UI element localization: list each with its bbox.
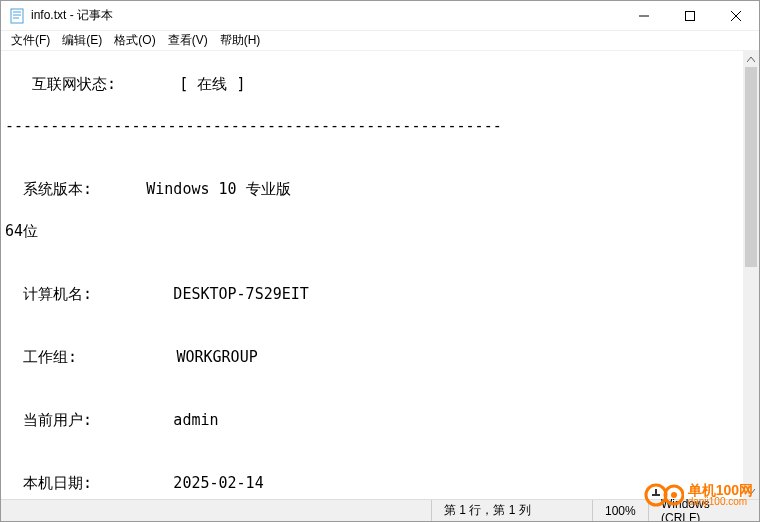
status-encoding: Windows (CRLF): [649, 500, 759, 521]
menu-format[interactable]: 格式(O): [108, 30, 161, 51]
text-line: 当前用户: admin: [5, 410, 739, 431]
status-spacer: [1, 500, 431, 521]
status-position: 第 1 行，第 1 列: [432, 500, 592, 521]
maximize-button[interactable]: [667, 1, 713, 30]
text-content[interactable]: 互联网状态: [ 在线 ] --------------------------…: [1, 51, 743, 499]
close-icon: [731, 11, 741, 21]
statusbar: 第 1 行，第 1 列 100% Windows (CRLF): [1, 499, 759, 521]
minimize-icon: [639, 11, 649, 21]
content-wrapper: 互联网状态: [ 在线 ] --------------------------…: [1, 51, 759, 499]
vertical-scrollbar[interactable]: [743, 51, 759, 499]
notepad-icon: [9, 8, 25, 24]
text-line: 本机日期: 2025-02-14: [5, 473, 739, 494]
maximize-icon: [685, 11, 695, 21]
menu-file[interactable]: 文件(F): [5, 30, 56, 51]
menubar: 文件(F) 编辑(E) 格式(O) 查看(V) 帮助(H): [1, 31, 759, 51]
window-controls: [621, 1, 759, 30]
close-button[interactable]: [713, 1, 759, 30]
chevron-up-icon: [747, 57, 755, 62]
menu-edit[interactable]: 编辑(E): [56, 30, 108, 51]
window-title: info.txt - 记事本: [31, 7, 621, 24]
scroll-track[interactable]: [743, 67, 759, 483]
text-line: 互联网状态: [ 在线 ]: [5, 74, 739, 95]
titlebar: info.txt - 记事本: [1, 1, 759, 31]
status-zoom: 100%: [593, 500, 648, 521]
text-line: 工作组: WORKGROUP: [5, 347, 739, 368]
chevron-down-icon: [747, 489, 755, 494]
menu-view[interactable]: 查看(V): [162, 30, 214, 51]
text-line: 64位: [5, 221, 739, 242]
svg-rect-0: [11, 9, 23, 23]
scroll-up-button[interactable]: [743, 51, 759, 67]
text-line: 系统版本: Windows 10 专业版: [5, 179, 739, 200]
menu-help[interactable]: 帮助(H): [214, 30, 267, 51]
text-line: ----------------------------------------…: [5, 116, 739, 137]
svg-rect-5: [686, 11, 695, 20]
scroll-thumb[interactable]: [745, 67, 757, 267]
text-line: 计算机名: DESKTOP-7S29EIT: [5, 284, 739, 305]
minimize-button[interactable]: [621, 1, 667, 30]
